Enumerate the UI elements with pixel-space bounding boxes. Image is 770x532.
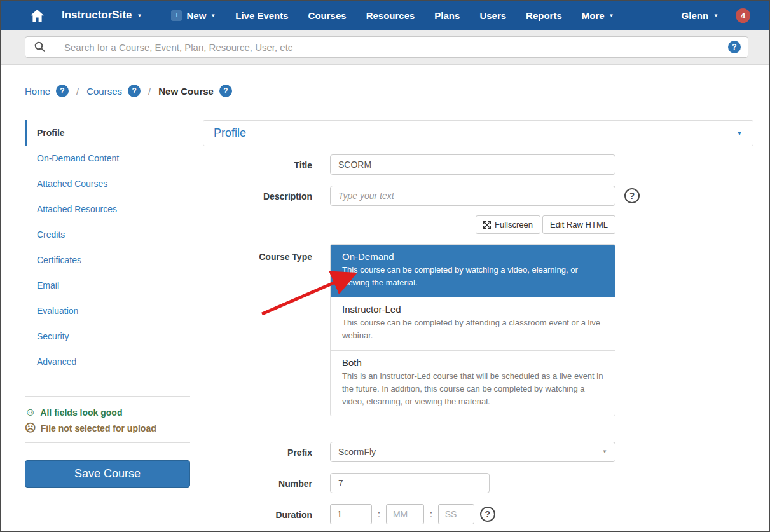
description-field-wrap: ? [330,186,640,206]
course-type-options: On-Demand This course can be completed b… [330,244,615,416]
search-help-icon[interactable]: ? [728,41,741,53]
duration-field-wrap: : : ? [330,504,615,524]
sidebar-item-certificates[interactable]: Certificates [25,247,190,273]
sidebar-divider [25,442,190,443]
notification-badge[interactable]: 4 [736,8,750,23]
fullscreen-button[interactable]: Fullscreen [476,215,540,234]
course-type-option-on-demand[interactable]: On-Demand This course can be completed b… [331,245,615,297]
prefix-field-wrap: ScormFly ▼ [330,442,615,462]
nav-item-plans[interactable]: Plans [434,10,460,21]
status-text: All fields look good [40,407,122,418]
course-type-row: Course Type On-Demand This course can be… [203,244,753,416]
sidebar-item-on-demand-content[interactable]: On-Demand Content [25,146,190,171]
prefix-label: Prefix [203,442,330,462]
course-type-option-instructor-led[interactable]: Instructor-Led This course can be comple… [331,297,615,350]
sidebar-item-credits[interactable]: Credits [25,222,190,247]
search-strip: ? [1,30,769,65]
fullscreen-button-label: Fullscreen [495,220,533,229]
search-box: ? [25,36,748,58]
more-menu-label: More [582,10,605,21]
collapse-chevron-icon[interactable]: ▼ [736,130,743,137]
sidebar-item-attached-courses[interactable]: Attached Courses [25,171,190,196]
help-icon[interactable]: ? [219,85,232,97]
status-file-not-selected: ☹ File not selected for upload [25,423,190,433]
title-label: Title [203,154,330,175]
status-text: File not selected for upload [41,423,156,433]
status-all-fields-good: ☺ All fields look good [25,407,190,418]
duration-separator: : [378,509,380,519]
home-icon[interactable] [31,10,44,22]
option-description: This course can be completed by watching… [342,264,603,289]
nav-item-courses[interactable]: Courses [308,10,347,21]
description-help-icon[interactable]: ? [624,188,640,203]
breadcrumb-separator: / [76,86,79,97]
duration-label: Duration [203,504,330,524]
more-menu[interactable]: More ▼ [582,10,614,21]
option-title: On-Demand [342,251,603,262]
editor-buttons: Fullscreen Edit Raw HTML [330,215,615,234]
sidebar-section-list: Profile On-Demand Content Attached Cours… [25,120,190,374]
sidebar-item-security[interactable]: Security [25,324,190,349]
editor-buttons-row: Fullscreen Edit Raw HTML [203,215,753,234]
sidebar-item-profile[interactable]: Profile [25,120,190,146]
nav-item-reports[interactable]: Reports [526,10,562,21]
duration-row: Duration : : ? [203,504,753,524]
option-title: Both [342,357,603,368]
profile-panel-header[interactable]: Profile ▼ [203,120,753,146]
prefix-selected-value: ScormFly [338,447,376,457]
panel-title: Profile [214,126,246,140]
new-menu[interactable]: + New ▼ [171,10,216,21]
prefix-select[interactable]: ScormFly ▼ [330,442,615,462]
edit-raw-html-label: Edit Raw HTML [550,220,608,229]
description-label: Description [203,186,330,206]
frowny-face-icon: ☹ [25,423,36,433]
smiley-face-icon: ☺ [25,407,36,418]
user-name: Glenn [682,10,709,21]
breadcrumb-home-link[interactable]: Home [25,86,50,97]
sidebar-item-advanced[interactable]: Advanced [25,349,190,374]
nav-links: Live Events Courses Resources Plans User… [235,10,562,21]
search-icon[interactable] [25,37,55,57]
number-row: Number [203,473,753,493]
course-type-option-both[interactable]: Both This is an Instructor-Led course th… [331,351,615,416]
breadcrumb-current: New Course [158,86,214,97]
breadcrumb-home: Home ? [25,85,69,97]
help-icon[interactable]: ? [128,85,141,97]
breadcrumb-new-course: New Course ? [158,85,232,97]
breadcrumb-courses-link[interactable]: Courses [86,86,122,97]
breadcrumb-separator: / [148,86,151,97]
duration-help-icon[interactable]: ? [480,507,495,522]
duration-minutes-input[interactable] [386,504,424,524]
fullscreen-icon [483,221,491,229]
sidebar-item-evaluation[interactable]: Evaluation [25,298,190,324]
description-input[interactable] [330,186,615,206]
sidebar-item-attached-resources[interactable]: Attached Resources [25,196,190,222]
nav-item-live-events[interactable]: Live Events [235,10,288,21]
search-input[interactable] [55,42,728,53]
breadcrumb: Home ? / Courses ? / New Course ? [1,65,769,97]
select-chevron-icon: ▼ [602,449,607,454]
duration-separator: : [430,509,432,519]
title-input[interactable] [330,154,615,175]
number-field-wrap [330,473,615,493]
option-description: This is an Instructor-Led course that wi… [342,370,603,408]
nav-right: Glenn ▼ 4 [682,8,750,23]
duration-seconds-input[interactable] [438,504,474,524]
breadcrumb-courses: Courses ? [86,85,141,97]
validation-status: ☺ All fields look good ☹ File not select… [25,397,190,433]
save-course-button[interactable]: Save Course [25,460,190,488]
help-icon[interactable]: ? [56,85,69,97]
description-row: Description ? [203,186,753,206]
sidebar-item-email[interactable]: Email [25,273,190,298]
title-field-wrap [330,154,615,175]
user-menu[interactable]: Glenn ▼ [682,10,718,21]
nav-item-users[interactable]: Users [479,10,506,21]
chevron-down-icon: ▼ [210,13,216,18]
site-menu[interactable]: InstructorSite ▼ [62,9,142,22]
duration-hours-input[interactable] [330,504,372,524]
option-description: This course can be completed by attendin… [342,317,603,342]
new-menu-label: New [186,10,206,21]
edit-raw-html-button[interactable]: Edit Raw HTML [542,215,615,234]
nav-item-resources[interactable]: Resources [366,10,415,21]
number-input[interactable] [330,473,490,493]
